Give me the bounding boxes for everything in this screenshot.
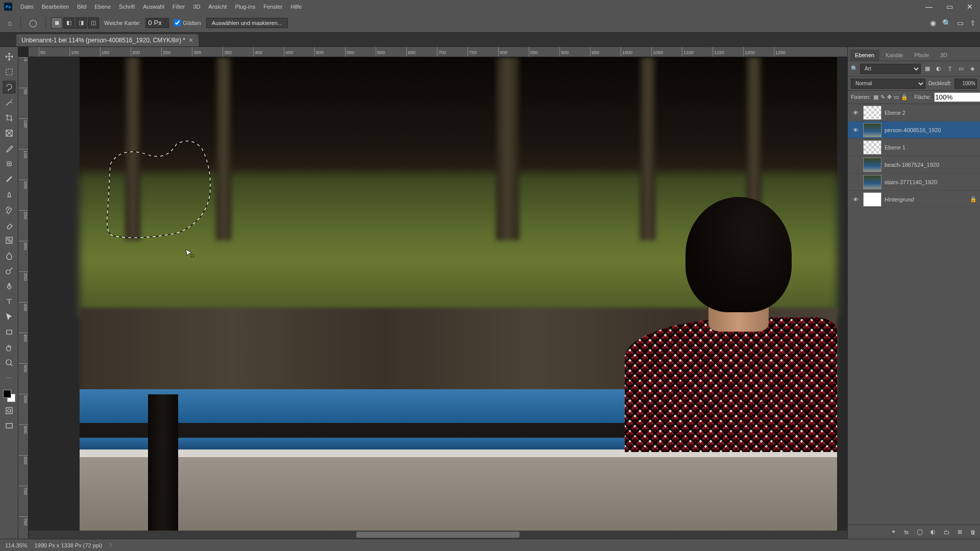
current-tool-lasso-icon[interactable]: ◯ [26,17,40,29]
eyedropper-tool[interactable] [3,142,16,155]
workspace-frame-icon[interactable]: ▭ [957,19,964,27]
layer-row[interactable]: stairs-3771140_1920 [848,173,980,191]
new-layer-icon[interactable]: ⊞ [955,528,964,536]
history-brush-tool[interactable] [3,203,16,216]
window-minimize-button[interactable]: — [923,3,935,11]
select-and-mask-button[interactable]: Auswählen und maskieren... [206,18,288,28]
dodge-tool[interactable] [3,264,16,278]
selection-subtract-button[interactable]: ◨ [76,17,87,29]
layer-visibility-icon[interactable] [851,143,860,152]
delete-layer-icon[interactable]: 🗑 [969,528,977,536]
foreground-color-swatch[interactable] [3,390,11,398]
document-tab[interactable]: Unbenannt-1 bei 114% (person-4008516_192… [16,34,199,46]
healing-brush-tool[interactable] [3,157,16,170]
zoom-level[interactable]: 114.35% [5,542,27,548]
menu-bild[interactable]: Bild [77,4,86,10]
layer-name-label[interactable]: beach-1867524_1920 [885,162,977,168]
clone-stamp-tool[interactable] [3,188,16,201]
horizontal-ruler[interactable]: 5010015020025030035040045050055060065070… [29,47,847,57]
window-restore-button[interactable]: ▭ [943,3,955,11]
zoom-tool[interactable] [3,356,16,369]
antialias-checkbox[interactable]: Glätten [174,19,201,26]
layer-thumbnail[interactable] [863,192,881,207]
eraser-tool[interactable] [3,218,16,232]
lock-artboard-icon[interactable]: ▭ [894,94,899,101]
menu-bearbeiten[interactable]: Bearbeiten [42,4,69,10]
layer-visibility-icon[interactable] [851,178,860,187]
tab-pfade[interactable]: Pfade [909,49,934,61]
lock-all-icon[interactable]: ▦ [873,94,878,101]
layer-row[interactable]: 👁Ebene 2 [848,104,980,121]
filter-adjust-icon[interactable]: ◐ [934,64,943,73]
crop-tool[interactable] [3,111,16,124]
layer-name-label[interactable]: Ebene 1 [885,144,977,151]
layer-fx-icon[interactable]: fx [902,528,911,536]
rectangle-tool[interactable] [3,325,16,339]
tab-3d[interactable]: 3D [935,49,952,61]
lock-position-icon[interactable]: ✥ [887,94,892,101]
menu-filter[interactable]: Filter [173,4,185,10]
menu-ebene[interactable]: Ebene [94,4,111,10]
add-mask-icon[interactable]: ◯ [916,528,924,536]
tab-ebenen[interactable]: Ebenen [850,49,879,61]
menu-fenster[interactable]: Fenster [263,4,282,10]
selection-new-button[interactable]: ◼ [51,17,62,29]
move-tool[interactable] [3,50,16,63]
status-arrow-icon[interactable]: 〉 [109,541,115,549]
gradient-tool[interactable] [3,234,16,247]
lasso-tool[interactable] [3,81,16,94]
vertical-ruler[interactable]: 0501001502002503003504004505005506006507… [18,57,29,539]
layer-visibility-icon[interactable]: 👁 [851,108,860,117]
pen-tool[interactable] [3,280,16,293]
layer-name-label[interactable]: Hintergrund [885,196,967,203]
blur-tool[interactable] [3,249,16,262]
window-close-button[interactable]: ✕ [964,3,976,11]
edit-toolbar-button[interactable]: ⋯ [3,371,16,385]
layer-row[interactable]: Ebene 1 [848,139,980,156]
menu-datei[interactable]: Datei [20,4,34,10]
layer-thumbnail[interactable] [863,140,881,155]
menu-3d[interactable]: 3D [193,4,200,10]
lock-full-icon[interactable]: 🔒 [901,94,908,101]
fill-input[interactable] [934,92,980,102]
close-tab-icon[interactable]: ✕ [188,37,193,44]
layer-row[interactable]: beach-1867524_1920 [848,156,980,173]
type-tool[interactable] [3,295,16,308]
home-icon[interactable]: ⌂ [4,17,15,29]
blend-mode-select[interactable]: Normal [851,79,925,89]
feather-input[interactable] [145,18,169,28]
color-swatch[interactable] [3,390,15,402]
share-icon[interactable]: ⇪ [970,19,976,27]
path-selection-tool[interactable] [3,310,16,323]
menu-ansicht[interactable]: Ansicht [208,4,227,10]
link-layers-icon[interactable]: ⚭ [889,528,897,536]
quick-selection-tool[interactable] [3,96,16,109]
layer-thumbnail[interactable] [863,175,881,189]
menu-auswahl[interactable]: Auswahl [143,4,164,10]
cloud-docs-icon[interactable]: ◉ [930,19,936,27]
brush-tool[interactable] [3,172,16,186]
layer-visibility-icon[interactable]: 👁 [851,195,860,204]
menu-hilfe[interactable]: Hilfe [290,4,302,10]
layer-lock-icon[interactable]: 🔒 [970,196,977,203]
layer-thumbnail[interactable] [863,106,881,120]
filter-smart-icon[interactable]: ◈ [968,64,977,73]
layer-visibility-icon[interactable] [851,160,860,169]
layer-thumbnail[interactable] [863,123,881,137]
frame-tool[interactable] [3,127,16,140]
selection-intersect-button[interactable]: ◫ [88,17,99,29]
menu-schrift[interactable]: Schrift [119,4,135,10]
layer-name-label[interactable]: stairs-3771140_1920 [885,179,977,185]
layer-visibility-icon[interactable]: 👁 [851,126,860,135]
search-icon[interactable]: 🔍 [942,19,951,27]
hand-tool[interactable] [3,341,16,354]
antialias-check-input[interactable] [174,19,181,26]
canvas-viewport[interactable] [29,57,847,539]
selection-add-button[interactable]: ◧ [63,17,75,29]
layer-name-label[interactable]: person-4008516_1920 [885,127,977,133]
filter-pixel-icon[interactable]: ▦ [923,64,932,73]
marquee-tool[interactable] [3,65,16,79]
layer-filter-select[interactable]: Art [860,64,921,74]
filter-shape-icon[interactable]: ▭ [957,64,966,73]
document-canvas[interactable] [80,57,837,539]
